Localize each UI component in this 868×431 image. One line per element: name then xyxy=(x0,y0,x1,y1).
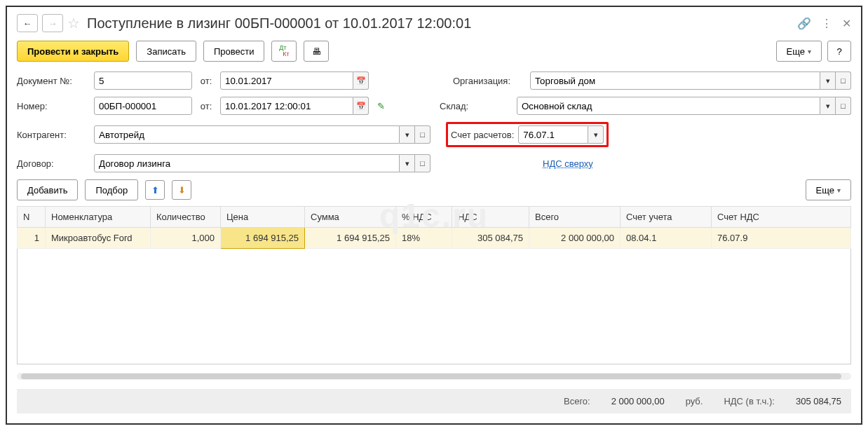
open-dialog-icon[interactable]: □ xyxy=(415,125,430,144)
close-icon[interactable]: ✕ xyxy=(842,17,851,30)
col-nds-acct[interactable]: Счет НДС xyxy=(712,207,851,228)
cell-price[interactable]: 1 694 915,25 xyxy=(221,228,305,249)
col-nds-pct[interactable]: % НДС xyxy=(396,207,452,228)
open-dialog-icon[interactable]: □ xyxy=(836,97,851,115)
grid-header-row: N Номенклатура Количество Цена Сумма % Н… xyxy=(18,207,851,228)
post-button[interactable]: Провести xyxy=(203,41,265,62)
title-bar: ← → ☆ Поступление в лизинг 00БП-000001 о… xyxy=(17,14,851,32)
move-up-button[interactable]: ⬆ xyxy=(145,180,165,200)
scrollbar-thumb[interactable] xyxy=(21,374,841,379)
grid-more-button[interactable]: Еще xyxy=(806,179,851,200)
ot2-label: от: xyxy=(192,101,220,111)
col-n[interactable]: N xyxy=(18,207,46,228)
items-grid: N Номенклатура Количество Цена Сумма % Н… xyxy=(17,206,851,249)
dtkt-icon: Дт Кт xyxy=(279,45,289,57)
num-label: Номер: xyxy=(17,101,94,111)
cell-nds-acct[interactable]: 76.07.9 xyxy=(712,228,851,249)
nav-back-button[interactable]: ← xyxy=(17,14,38,32)
doc-no-input[interactable] xyxy=(94,71,192,90)
edit-green-icon[interactable]: ✎ xyxy=(377,101,385,111)
kontr-label: Контрагент: xyxy=(17,130,94,140)
col-price[interactable]: Цена xyxy=(221,207,305,228)
cell-sum[interactable]: 1 694 915,25 xyxy=(305,228,396,249)
col-nds[interactable]: НДС xyxy=(452,207,529,228)
window: ← → ☆ Поступление в лизинг 00БП-000001 о… xyxy=(6,6,862,425)
main-toolbar: Провести и закрыть Записать Провести Дт … xyxy=(17,41,851,62)
col-qty[interactable]: Количество xyxy=(151,207,221,228)
schet-label: Счет расчетов: xyxy=(451,130,514,140)
col-nomen[interactable]: Номенклатура xyxy=(46,207,151,228)
add-row-button[interactable]: Добавить xyxy=(17,179,78,200)
doc-no-label: Документ №: xyxy=(17,76,94,86)
grid-toolbar: Добавить Подбор ⬆ ⬇ Еще xyxy=(17,179,851,200)
date2-input[interactable] xyxy=(220,97,353,115)
dropdown-icon[interactable]: ▾ xyxy=(820,71,836,90)
dropdown-icon[interactable]: ▾ xyxy=(820,97,836,115)
cell-n[interactable]: 1 xyxy=(18,228,46,249)
dog-label: Договор: xyxy=(17,158,94,169)
calendar-icon[interactable]: 📅 xyxy=(353,97,369,115)
save-button[interactable]: Записать xyxy=(136,41,196,62)
cell-nomen[interactable]: Микроавтобус Ford xyxy=(46,228,151,249)
dog-input[interactable] xyxy=(94,154,400,172)
grid-empty-area xyxy=(17,249,851,364)
calendar-icon[interactable]: 📅 xyxy=(353,71,369,90)
horizontal-scrollbar[interactable] xyxy=(17,373,851,380)
schet-highlight-box: Счет расчетов: ▾ xyxy=(446,122,609,147)
favorite-star-icon[interactable]: ☆ xyxy=(67,15,80,32)
print-icon: 🖶 xyxy=(312,46,321,57)
footer-rub: руб. xyxy=(686,396,703,406)
grid-row[interactable]: 1 Микроавтобус Ford 1,000 1 694 915,25 1… xyxy=(18,228,851,249)
ot1-label: от: xyxy=(192,76,220,86)
link-icon[interactable]: 🔗 xyxy=(797,17,811,30)
cell-acct[interactable]: 08.04.1 xyxy=(621,228,712,249)
col-total[interactable]: Всего xyxy=(529,207,621,228)
footer-totals: Всего: 2 000 000,00 руб. НДС (в т.ч.): 3… xyxy=(17,389,851,413)
open-dialog-icon[interactable]: □ xyxy=(836,71,851,90)
dropdown-icon[interactable]: ▾ xyxy=(400,125,415,144)
cell-nds-pct[interactable]: 18% xyxy=(396,228,452,249)
col-acct[interactable]: Счет учета xyxy=(621,207,712,228)
footer-total-label: Всего: xyxy=(564,396,590,406)
kontr-input[interactable] xyxy=(94,125,400,144)
schet-input[interactable] xyxy=(518,125,588,144)
cell-total[interactable]: 2 000 000,00 xyxy=(529,228,621,249)
dropdown-icon[interactable]: ▾ xyxy=(588,125,604,144)
sklad-label: Склад: xyxy=(440,101,517,111)
footer-nds-label: НДС (в т.ч.): xyxy=(724,396,775,406)
post-and-close-button[interactable]: Провести и закрыть xyxy=(17,41,129,62)
sklad-input[interactable] xyxy=(517,97,820,115)
nds-link[interactable]: НДС сверху xyxy=(543,158,593,169)
pick-button[interactable]: Подбор xyxy=(85,179,138,200)
org-input[interactable] xyxy=(530,71,820,90)
move-down-button[interactable]: ⬇ xyxy=(172,180,191,200)
kebab-menu-icon[interactable]: ⋮ xyxy=(821,17,832,30)
org-label: Организация: xyxy=(453,76,530,86)
open-dialog-icon[interactable]: □ xyxy=(415,154,430,172)
cell-nds[interactable]: 305 084,75 xyxy=(452,228,529,249)
dtkt-button[interactable]: Дт Кт xyxy=(271,41,297,62)
nav-forward-button[interactable]: → xyxy=(42,14,63,32)
print-button[interactable]: 🖶 xyxy=(304,41,329,62)
cell-qty[interactable]: 1,000 xyxy=(151,228,221,249)
col-sum[interactable]: Сумма xyxy=(305,207,396,228)
help-button[interactable]: ? xyxy=(827,41,851,62)
window-title: Поступление в лизинг 00БП-000001 от 10.0… xyxy=(87,15,471,32)
footer-total: 2 000 000,00 xyxy=(611,396,665,406)
dropdown-icon[interactable]: ▾ xyxy=(400,154,415,172)
footer-nds: 305 084,75 xyxy=(796,396,841,406)
date1-input[interactable] xyxy=(220,71,353,90)
more-button[interactable]: Еще xyxy=(776,41,822,62)
num-input[interactable] xyxy=(94,97,192,115)
